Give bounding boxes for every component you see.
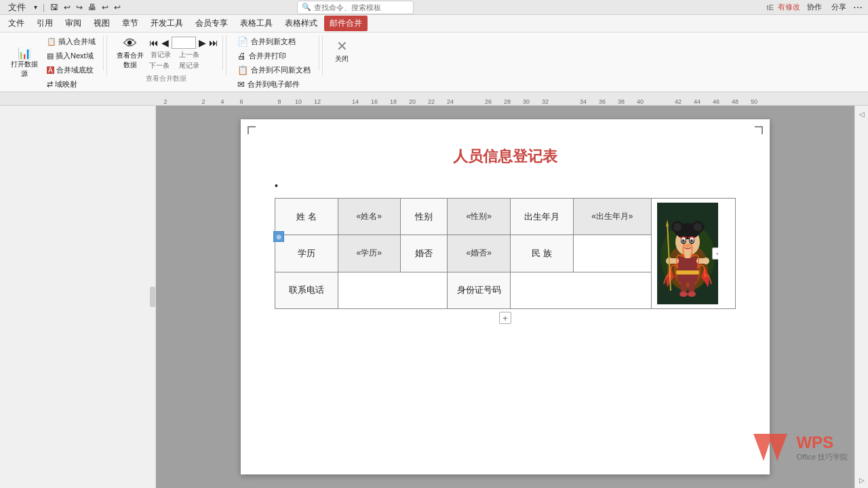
- table-cell-name-value: «姓名»: [338, 199, 401, 235]
- undo2-button[interactable]: ↩: [102, 3, 108, 12]
- close-button[interactable]: ✕ 关闭: [330, 38, 354, 65]
- menu-review[interactable]: 审阅: [60, 16, 87, 31]
- wps-logo-svg: [750, 427, 791, 468]
- svg-point-7: [688, 291, 696, 297]
- undo-button[interactable]: ↩: [64, 3, 71, 12]
- ruler-mark: 32: [536, 98, 555, 105]
- divider-1: [106, 35, 107, 76]
- svg-point-29: [686, 243, 689, 245]
- menu-tabletools[interactable]: 表格工具: [235, 16, 278, 31]
- insert-merge-field-label: 插入合并域: [58, 37, 96, 47]
- title-separator: |: [43, 3, 45, 12]
- svg-point-28: [692, 239, 693, 241]
- add-row-button[interactable]: +: [499, 312, 511, 324]
- merge-new-doc-label: 合并到新文档: [251, 37, 296, 47]
- merge-diff-doc-button[interactable]: 📋 合并到不同新文档: [233, 64, 315, 77]
- ruler-mark: 2: [194, 98, 213, 105]
- collab-button[interactable]: 协作: [804, 2, 825, 12]
- right-panel-btn-2[interactable]: ▷: [856, 474, 867, 485]
- share-button[interactable]: 分享: [829, 2, 849, 12]
- prev-record-button[interactable]: ◀: [161, 37, 169, 48]
- search-box[interactable]: 🔍: [297, 1, 414, 14]
- insert-next-button[interactable]: ▤ 插入Next域: [43, 49, 99, 62]
- main-layout: ⊕ 人员信息登记表 • 姓 名 «姓名» 性别 «性别» 出生年月: [0, 106, 868, 488]
- document-page: ⊕ 人员信息登记表 • 姓 名 «姓名» 性别 «性别» 出生年月: [241, 119, 770, 474]
- redo-button[interactable]: ↪: [76, 3, 83, 12]
- nav-row-1: ⏮ ◀ 1 ▶ ⏭: [149, 37, 218, 49]
- search-input[interactable]: [314, 3, 409, 12]
- table-cell-ethnicity-value: [573, 235, 652, 272]
- panel-resize-handle[interactable]: [150, 287, 155, 307]
- open-datasource-button[interactable]: 📊 打开数据源: [8, 47, 41, 80]
- view-merge-label: 查看合并数据: [117, 51, 144, 70]
- table-cell-id-value: [510, 272, 651, 308]
- table-cell-name-label: 姓 名: [275, 199, 338, 235]
- first-record-button[interactable]: ⏮: [149, 37, 159, 48]
- divider-2: [226, 35, 226, 76]
- photo-image: +: [657, 203, 718, 304]
- add-col-button[interactable]: +: [712, 247, 718, 260]
- view-next-label: 下一条: [149, 61, 170, 70]
- save-button[interactable]: 🖫: [50, 3, 58, 12]
- ribbon-group-close: ✕ 关闭: [326, 35, 358, 70]
- ruler: 2 2 4 6 8 10 12 14 16 18 20 22 24 26 28 …: [0, 92, 868, 106]
- view-merge-btn[interactable]: 👁 查看合并数据: [114, 35, 146, 71]
- ruler-mark: 6: [232, 98, 251, 105]
- next-record-button[interactable]: ▶: [199, 37, 206, 48]
- add-row-area: +: [275, 312, 736, 324]
- title-dropdown-icon[interactable]: ▾: [34, 3, 37, 11]
- wps-sub-label: Office 技巧学院: [796, 452, 848, 462]
- svg-rect-8: [677, 257, 698, 283]
- merge-print-button[interactable]: 🖨 合并并打印: [233, 49, 315, 62]
- print-button[interactable]: 🖶: [88, 3, 96, 12]
- table-cell-id-label: 身份证号码: [448, 272, 511, 308]
- ruler-mark: 50: [745, 98, 764, 105]
- merge-shade-button[interactable]: A 合并域底纹: [43, 64, 99, 77]
- insert-merge-field-button[interactable]: 📋 插入合并域: [43, 35, 99, 48]
- ribbon-group-datasource: 📊 打开数据源 📋 插入合并域 ▤ 插入Next域 A 合并域底纹: [4, 35, 104, 70]
- merge-to-new-doc-button[interactable]: 📄 合并到新文档: [233, 35, 315, 48]
- menu-mailmerge[interactable]: 邮件合并: [324, 16, 368, 31]
- field-map-button[interactable]: ⇄ 域映射: [43, 78, 99, 91]
- menu-view[interactable]: 视图: [88, 16, 115, 31]
- svg-point-20: [694, 223, 702, 231]
- merge-print-label: 合并并打印: [249, 51, 286, 61]
- menu-file[interactable]: 文件: [3, 16, 30, 31]
- menu-quote[interactable]: 引用: [31, 16, 58, 31]
- ruler-marks: 2 2 4 6 8 10 12 14 16 18 20 22 24 26 28 …: [0, 92, 868, 105]
- ribbon-group-close-top: ✕ 关闭: [330, 35, 354, 68]
- table-cell-gender-label: 性别: [401, 199, 448, 235]
- ribbon-group-merge-top: 📄 合并到新文档 🖨 合并并打印 📋 合并到不同新文档 ✉ 合并到电子邮件: [233, 35, 315, 91]
- menu-vip[interactable]: 会员专享: [190, 16, 233, 31]
- more-options-button[interactable]: ⋯: [853, 2, 863, 13]
- merge-email-button[interactable]: ✉ 合并到电子邮件: [233, 78, 315, 91]
- record-number-input[interactable]: 1: [172, 37, 196, 49]
- svg-point-13: [703, 258, 709, 264]
- ruler-mark: 28: [498, 98, 517, 105]
- table-move-handle[interactable]: ⊕: [273, 231, 284, 242]
- svg-rect-9: [676, 270, 699, 274]
- redo2-button[interactable]: ↩: [114, 3, 121, 12]
- registration-table: 姓 名 «姓名» 性别 «性别» 出生年月 «出生年月»: [275, 198, 736, 309]
- menu-devtools[interactable]: 开发工具: [145, 16, 189, 31]
- menu-chapter[interactable]: 章节: [117, 16, 144, 31]
- close-group-label: [330, 69, 354, 70]
- ruler-mark: 36: [593, 98, 612, 105]
- view-prev-label: 上一条: [179, 50, 199, 60]
- last-record-button[interactable]: ⏭: [209, 37, 218, 48]
- table-cell-birth-label: 出生年月: [510, 199, 573, 235]
- menu-tablestyle[interactable]: 表格样式: [279, 16, 323, 31]
- ribbon-content: 📊 打开数据源 📋 插入合并域 ▤ 插入Next域 A 合并域底纹: [0, 33, 868, 73]
- title-left: 文件 ▾ | 🖫 ↩ ↪ 🖶 ↩ ↩: [5, 1, 121, 14]
- ruler-mark: 42: [669, 98, 688, 105]
- wps-brand-label: WPS: [796, 433, 848, 452]
- merge-email-icon: ✉: [237, 79, 245, 89]
- view-group-label: 查看合并数据: [114, 73, 218, 83]
- modify-label: 有修改: [778, 2, 800, 12]
- ruler-mark: 14: [346, 98, 365, 105]
- table-cell-phone-value: [338, 272, 448, 308]
- app-menu[interactable]: 文件: [5, 1, 28, 14]
- right-panel-btn-1[interactable]: ◁: [856, 108, 867, 119]
- ruler-mark: 44: [688, 98, 707, 105]
- wps-watermark: WPS Office 技巧学院: [750, 427, 848, 468]
